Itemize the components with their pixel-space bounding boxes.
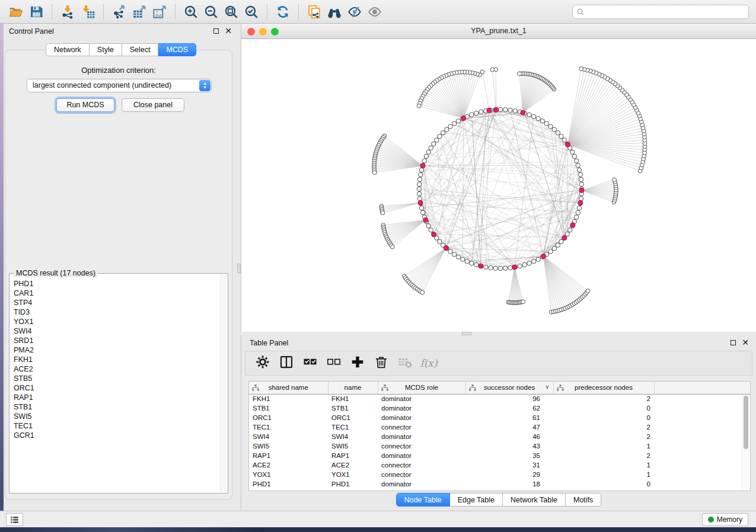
import-network-button[interactable] [58, 3, 78, 21]
mcds-result-item[interactable]: SWI5 [14, 412, 219, 421]
column-header-name[interactable]: name [328, 382, 378, 394]
table-row[interactable]: ACE2ACE2connector311 [249, 460, 750, 470]
network-canvas[interactable] [241, 39, 756, 332]
delete-table-icon [398, 355, 412, 371]
refresh-layout-button[interactable] [273, 3, 293, 21]
mcds-result-item[interactable]: TEC1 [14, 421, 219, 431]
tab-network-table[interactable]: Network Table [503, 493, 566, 507]
deselect-all-button[interactable] [326, 355, 342, 371]
table-scrollbar[interactable] [742, 395, 749, 490]
table-row[interactable]: SWI5SWI5connector431 [249, 441, 750, 451]
optimization-criterion-select[interactable]: largest connected component (undirected)… [27, 79, 212, 92]
export-network-button[interactable] [109, 3, 129, 21]
tab-edge-table[interactable]: Edge Table [450, 493, 503, 507]
network-graph[interactable] [241, 39, 756, 332]
tab-network[interactable]: Network [46, 43, 90, 56]
mcds-result-item[interactable]: ORC1 [14, 383, 219, 393]
run-mcds-button[interactable]: Run MCDS [56, 98, 114, 112]
zoom-selected-button[interactable] [241, 3, 261, 21]
table-cell: connector [378, 470, 465, 479]
table-row[interactable]: ORC1ORC1dominator610 [249, 413, 750, 422]
select-all-button[interactable] [302, 355, 318, 371]
tab-select[interactable]: Select [122, 43, 159, 56]
zoom-out-button[interactable] [201, 3, 221, 21]
column-header-MCDS-role[interactable]: MCDS role [378, 382, 465, 394]
search-box[interactable] [572, 5, 749, 19]
column-header-shared-name[interactable]: shared name [249, 382, 328, 394]
main-toolbar [0, 0, 756, 24]
tab-node-table[interactable]: Node Table [396, 493, 450, 507]
table-cell: TEC1 [328, 422, 378, 432]
table-cell: STB1 [328, 403, 378, 413]
save-session-icon [29, 5, 43, 19]
tab-style[interactable]: Style [90, 43, 122, 56]
node-table[interactable]: shared namenameMCDS rolesuccessor nodes∨… [248, 381, 751, 491]
table-cell-filler [654, 451, 750, 460]
mcds-result-item[interactable]: RAP1 [14, 393, 219, 402]
table-row[interactable]: SWI4SWI4dominator462 [249, 432, 750, 441]
add-column-button[interactable] [350, 355, 365, 371]
table-panel-title: Table Panel [250, 339, 288, 347]
float-panel-icon[interactable] [731, 340, 736, 345]
tab-motifs[interactable]: Motifs [566, 493, 601, 507]
application-window: Control Panel ✕ NetworkStyleSelectMCDS O… [0, 0, 756, 532]
mcds-result-item[interactable]: SWI4 [14, 326, 219, 336]
float-panel-icon[interactable] [213, 28, 219, 34]
mcds-result-item[interactable]: YOX1 [14, 317, 219, 326]
split-columns-button[interactable] [279, 355, 294, 371]
zoom-in-button[interactable] [181, 3, 201, 21]
add-column-icon [350, 355, 365, 371]
toolbar-separator [267, 4, 267, 20]
tab-mcds[interactable]: MCDS [158, 43, 196, 56]
mcds-result-item[interactable]: STP4 [14, 298, 219, 307]
mcds-result-list[interactable]: PHD1CAR1STP4TID3YOX1SWI4SRD1PMA2FKH1ACE2… [9, 275, 219, 492]
table-cell: 2 [553, 394, 654, 403]
table-row[interactable]: RAP1RAP1dominator352 [249, 451, 750, 460]
scrollbar-thumb[interactable] [744, 396, 748, 449]
table-row[interactable]: STB1STB1dominator620 [249, 403, 750, 413]
mcds-result-item[interactable]: STB5 [14, 374, 219, 383]
hide-selected-icon [347, 5, 362, 19]
show-all-button[interactable] [365, 3, 385, 21]
search-network-button[interactable] [324, 3, 344, 21]
table-row[interactable]: PHD1PHD1dominator180 [249, 479, 750, 489]
memory-button[interactable]: Memory [702, 513, 748, 526]
task-history-button[interactable] [6, 513, 23, 526]
close-panel-button[interactable]: Close panel [122, 98, 184, 112]
table-row[interactable]: YOX1YOX1connector291 [249, 470, 750, 479]
mcds-result-item[interactable]: ACE2 [14, 364, 219, 374]
import-table-button[interactable] [78, 3, 98, 21]
table-cell: FKH1 [249, 394, 328, 403]
table-cell: PHD1 [249, 479, 328, 489]
delete-column-button[interactable] [374, 355, 389, 371]
column-header-predecessor-nodes[interactable]: predecessor nodes [553, 382, 654, 394]
mcds-result-item[interactable]: TID3 [14, 307, 219, 317]
mcds-result-item[interactable]: GCR1 [14, 431, 219, 440]
column-header-successor-nodes[interactable]: successor nodes∨ [465, 382, 553, 394]
mcds-result-item[interactable]: SRD1 [14, 336, 219, 345]
clone-network-button[interactable] [304, 3, 324, 21]
mcds-result-item[interactable]: CAR1 [14, 289, 219, 298]
open-file-button[interactable] [6, 3, 26, 21]
table-options-gear-button[interactable] [255, 355, 270, 371]
export-table-button[interactable] [129, 3, 149, 21]
network-window-title: YPA_prune.txt_1 [241, 27, 756, 35]
mcds-result-item[interactable]: STB1 [14, 402, 219, 412]
table-cell: dominator [378, 451, 465, 460]
table-cell: 2 [553, 422, 654, 432]
table-row[interactable]: FKH1FKH1dominator962 [249, 394, 750, 403]
mcds-result-item[interactable]: PMA2 [14, 345, 219, 355]
close-panel-icon[interactable]: ✕ [742, 339, 749, 345]
zoom-fit-button[interactable] [221, 3, 241, 21]
save-session-button[interactable] [26, 3, 46, 21]
clone-network-icon [307, 5, 321, 19]
export-image-button[interactable] [149, 3, 170, 21]
hide-selected-button[interactable] [344, 3, 365, 21]
mcds-result-item[interactable]: FKH1 [14, 355, 219, 364]
network-window-titlebar[interactable]: YPA_prune.txt_1 [241, 24, 756, 39]
table-row[interactable]: TEC1TEC1connector472 [249, 422, 750, 432]
mcds-result-item[interactable]: PHD1 [14, 279, 219, 289]
search-input[interactable] [585, 6, 748, 18]
close-panel-icon[interactable]: ✕ [225, 28, 232, 34]
result-scrollbar[interactable] [220, 274, 227, 492]
